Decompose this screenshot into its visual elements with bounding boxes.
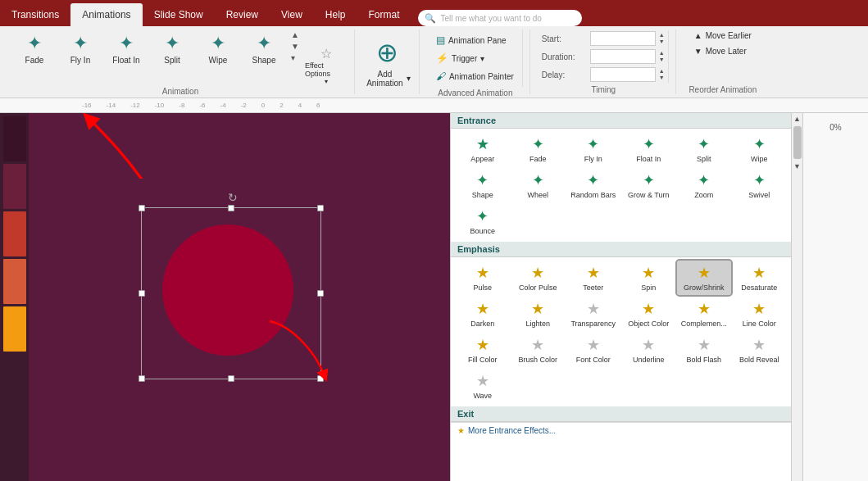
tab-format[interactable]: Format <box>357 3 411 26</box>
anim-fontcolor[interactable]: ★ Font Color <box>566 333 620 367</box>
anim-underline[interactable]: ★ Underline <box>622 333 676 367</box>
anim-randombars-e[interactable]: ✦ Random Bars <box>566 168 620 202</box>
panel-with-scroll: Entrance ★ Appear ✦ Fade ✦ Fly In <box>451 113 802 481</box>
anim-appear[interactable]: ★ Appear <box>456 132 510 166</box>
anim-boldreveal[interactable]: ★ Bold Reveal <box>733 333 787 367</box>
scroll-down[interactable]: ▼ <box>289 41 302 52</box>
handle-bl[interactable] <box>139 375 145 382</box>
delay-down[interactable]: ▼ <box>659 75 665 81</box>
anim-desaturate[interactable]: ★ Desaturate <box>733 261 787 295</box>
floatin-e-icon: ✦ <box>643 135 655 153</box>
tab-help[interactable]: Help <box>314 3 357 26</box>
tab-transitions[interactable]: Transitions <box>0 3 70 26</box>
anim-pulse[interactable]: ★ Pulse <box>456 261 510 295</box>
anim-wipe-e[interactable]: ✦ Wipe <box>733 132 787 166</box>
anim-wipe[interactable]: ✦ Wipe <box>197 29 239 68</box>
reorder-label: Reorder Animation <box>688 84 757 94</box>
anim-fade-e[interactable]: ✦ Fade <box>511 132 566 166</box>
spin-icon: ★ <box>642 264 655 282</box>
anim-split[interactable]: ✦ Split <box>151 29 193 68</box>
reorder-group: ▲ Move Earlier ▼ Move Later Reorder Anim… <box>678 29 768 94</box>
tab-animations[interactable]: Animations <box>70 3 142 26</box>
thumb-2[interactable] <box>3 164 26 209</box>
duration-input[interactable] <box>590 49 656 64</box>
delay-up[interactable]: ▲ <box>659 68 665 75</box>
circle-shape[interactable] <box>162 225 293 356</box>
flyin-e-icon: ✦ <box>587 135 599 153</box>
anim-flyin-e[interactable]: ✦ Fly In <box>566 132 620 166</box>
scroll-down-arrow[interactable]: ▼ <box>792 161 802 172</box>
anim-split-e[interactable]: ✦ Split <box>677 132 731 166</box>
tab-slideshow[interactable]: Slide Show <box>143 3 215 26</box>
anim-teeter[interactable]: ★ Teeter <box>566 261 620 295</box>
tab-review[interactable]: Review <box>215 3 270 26</box>
timing-label: Timing <box>591 84 616 94</box>
anim-flyin[interactable]: ✦ Fly In <box>59 29 102 68</box>
anim-wave[interactable]: ★ Wave <box>456 369 510 403</box>
scroll-more[interactable]: ▾ <box>289 52 302 63</box>
add-animation-btn[interactable]: ⊕ Add Animation ▾ <box>363 35 412 89</box>
scroll-thumb[interactable] <box>793 126 802 159</box>
scroll-up-arrow[interactable]: ▲ <box>792 113 802 125</box>
handle-br[interactable] <box>317 375 324 382</box>
anim-fillcolor[interactable]: ★ Fill Color <box>456 333 510 367</box>
handle-tc[interactable] <box>228 205 234 211</box>
anim-floatin[interactable]: ✦ Float In <box>105 29 148 68</box>
panel-scrollbar[interactable]: ▲ ▼ <box>791 113 802 481</box>
animation-pane-btn[interactable]: ▤ Animation Pane <box>433 33 517 48</box>
anim-transparency[interactable]: ★ Transparency <box>566 297 620 331</box>
anim-bounce-e[interactable]: ✦ Bounce <box>456 204 510 238</box>
reorder-btns: ▲ Move Earlier ▼ Move Later <box>684 29 761 57</box>
handle-bc[interactable] <box>228 375 234 382</box>
tab-view[interactable]: View <box>270 3 314 26</box>
start-input[interactable] <box>590 31 656 46</box>
move-later-btn[interactable]: ▼ Move Later <box>691 45 755 57</box>
anim-brushcolor[interactable]: ★ Brush Color <box>511 333 566 367</box>
handle-tr[interactable] <box>317 205 324 211</box>
anim-floatin-e[interactable]: ✦ Float In <box>622 132 676 166</box>
start-up[interactable]: ▲ <box>659 32 665 39</box>
anim-shape-e[interactable]: ✦ Shape <box>456 168 510 202</box>
thumb-4[interactable] <box>3 259 26 304</box>
anim-objectcolor[interactable]: ★ Object Color <box>622 297 676 331</box>
anim-zoom-e[interactable]: ✦ Zoom <box>677 168 731 202</box>
search-placeholder: Tell me what you want to do <box>441 14 542 23</box>
anim-colorpulse[interactable]: ★ Color Pulse <box>511 261 566 295</box>
duration-up[interactable]: ▲ <box>659 50 665 57</box>
anim-growshrink[interactable]: ★ Grow/Shrink <box>677 261 731 295</box>
move-earlier-btn[interactable]: ▲ Move Earlier <box>691 29 755 42</box>
start-label: Start: <box>542 34 587 43</box>
flyin-icon: ✦ <box>73 33 88 54</box>
painter-btn[interactable]: 🖌 Animation Painter <box>433 69 517 84</box>
handle-ml[interactable] <box>139 290 145 297</box>
more-effects-btn[interactable]: ★ More Entrance Effects... <box>451 422 791 438</box>
start-down[interactable]: ▼ <box>659 39 665 45</box>
teeter-icon: ★ <box>587 264 600 282</box>
anim-shape[interactable]: ✦ Shape <box>243 29 285 68</box>
thumb-1[interactable] <box>3 116 26 161</box>
add-anim-arrow: ▾ <box>407 74 411 83</box>
anim-wheel-e[interactable]: ✦ Wheel <box>511 168 566 202</box>
anim-fade[interactable]: ✦ Fade <box>13 29 56 68</box>
handle-tl[interactable] <box>139 205 145 211</box>
thumb-5[interactable] <box>3 306 26 352</box>
anim-linecolor[interactable]: ★ Line Color <box>733 297 787 331</box>
duration-down[interactable]: ▼ <box>659 57 665 63</box>
anim-swivel-e[interactable]: ✦ Swivel <box>733 168 787 202</box>
delay-input[interactable] <box>590 67 656 82</box>
start-spin: ▲ ▼ <box>659 32 665 46</box>
rotate-handle[interactable]: ↻ <box>228 191 238 204</box>
anim-spin[interactable]: ★ Spin <box>622 261 676 295</box>
handle-mr[interactable] <box>317 290 324 297</box>
scroll-up[interactable]: ▲ <box>289 29 302 40</box>
anim-darken[interactable]: ★ Darken <box>456 297 510 331</box>
anim-boldflash[interactable]: ★ Bold Flash <box>677 333 731 367</box>
anim-lighten[interactable]: ★ Lighten <box>511 297 566 331</box>
anim-growturn-e[interactable]: ✦ Grow & Turn <box>622 168 676 202</box>
thumb-3[interactable] <box>3 211 26 256</box>
animation-panel: Entrance ★ Appear ✦ Fade ✦ Fly In <box>450 113 802 481</box>
shape-e-icon: ✦ <box>476 171 489 189</box>
effect-options-btn[interactable]: ☆ Effect Options ▾ <box>305 29 348 85</box>
trigger-btn[interactable]: ⚡ Trigger ▾ <box>433 51 517 66</box>
anim-complement[interactable]: ★ Complemen... <box>677 297 731 331</box>
